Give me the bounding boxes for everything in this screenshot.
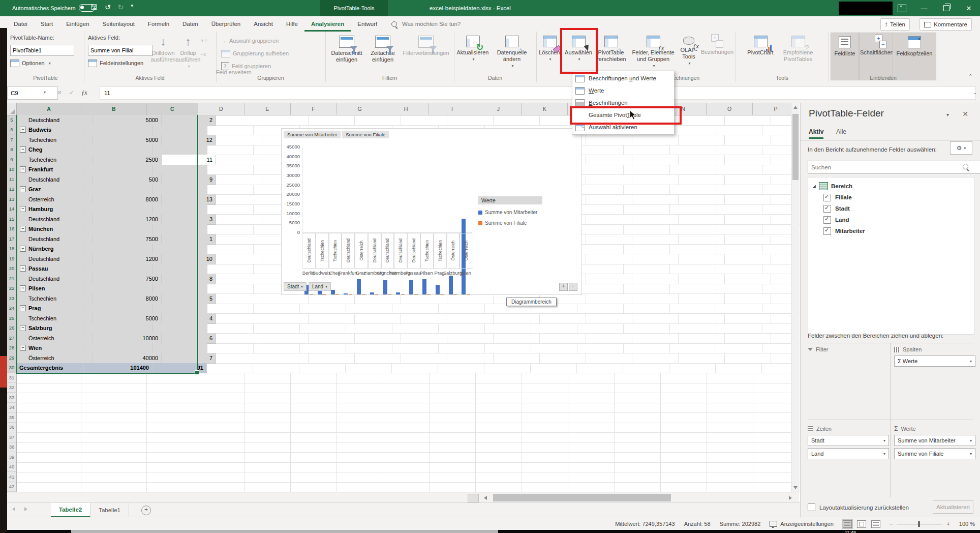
grid-cell[interactable] bbox=[147, 482, 198, 493]
grid-cell[interactable] bbox=[346, 363, 392, 374]
grid-cell[interactable] bbox=[244, 403, 291, 413]
grid-cell[interactable] bbox=[707, 403, 753, 413]
grid-cell[interactable] bbox=[17, 423, 81, 433]
ribbon-tab-ansicht[interactable]: Ansicht bbox=[247, 16, 280, 32]
grid-cell[interactable] bbox=[679, 313, 725, 324]
grid-cell[interactable] bbox=[632, 313, 679, 324]
zoom-slider-thumb[interactable] bbox=[918, 521, 920, 527]
cell-B23[interactable]: 8000 bbox=[93, 293, 162, 304]
cell-A11[interactable]: Deutschland bbox=[17, 174, 93, 185]
cell-A30[interactable]: Gesamtergebnis bbox=[17, 363, 84, 374]
scroll-down-icon[interactable] bbox=[791, 483, 800, 492]
row-header-31[interactable]: 31 bbox=[7, 373, 17, 383]
grid-cell[interactable] bbox=[383, 393, 430, 403]
collapse-icon[interactable]: − bbox=[20, 146, 26, 153]
pivottable-name-input[interactable] bbox=[10, 45, 74, 56]
grid-cell[interactable] bbox=[291, 472, 337, 483]
customize-qat-caret-icon[interactable]: ▾ bbox=[131, 3, 133, 11]
grid-cell[interactable] bbox=[586, 293, 632, 304]
grid-cell[interactable] bbox=[707, 472, 753, 483]
grid-cell[interactable] bbox=[494, 333, 540, 344]
grid-cell[interactable] bbox=[615, 373, 661, 383]
grid-cell[interactable] bbox=[291, 373, 337, 383]
grid-cell[interactable] bbox=[216, 174, 262, 185]
column-header-B[interactable]: B bbox=[81, 103, 147, 116]
grid-cell[interactable] bbox=[430, 482, 476, 493]
grid-cell[interactable] bbox=[17, 383, 81, 394]
grid-cell[interactable] bbox=[447, 115, 494, 126]
cell-A15[interactable]: Deutschland bbox=[17, 214, 93, 225]
row-header-27[interactable]: 27 bbox=[7, 333, 17, 343]
insert-function-icon[interactable]: ƒx bbox=[81, 89, 87, 97]
grid-cell[interactable] bbox=[346, 323, 392, 334]
grid-cell[interactable] bbox=[346, 304, 392, 314]
grid-cell[interactable] bbox=[661, 383, 707, 394]
grid-cell[interactable] bbox=[522, 452, 568, 463]
grid-cell[interactable] bbox=[147, 412, 198, 423]
grid-cell[interactable] bbox=[670, 304, 716, 314]
cell-B27[interactable]: 10000 bbox=[93, 333, 162, 344]
collapse-entire-field-button[interactable]: − bbox=[569, 283, 577, 291]
grid-cell[interactable] bbox=[291, 393, 337, 403]
row-header-39[interactable]: 39 bbox=[7, 452, 17, 462]
row-header-8[interactable]: 8 bbox=[7, 145, 17, 155]
row-header-25[interactable]: 25 bbox=[7, 313, 17, 323]
grid-cell[interactable] bbox=[725, 234, 771, 245]
collapse-icon[interactable]: − bbox=[20, 285, 26, 291]
grid-cell[interactable] bbox=[17, 432, 81, 443]
grid-cell[interactable] bbox=[485, 343, 531, 354]
field-checkbox-stadt[interactable] bbox=[823, 205, 831, 213]
grid-cell[interactable] bbox=[383, 412, 430, 423]
grid-cell[interactable] bbox=[17, 482, 81, 493]
grid-cell[interactable] bbox=[707, 412, 753, 423]
grid-cell[interactable] bbox=[383, 423, 430, 433]
defer-layout-update[interactable]: Layoutaktualisierung zurückstellen bbox=[808, 504, 909, 511]
drilldown-button[interactable]: ↓ Drilldown ausführen bbox=[150, 33, 176, 79]
grid-cell[interactable] bbox=[522, 482, 568, 493]
grid-cell[interactable] bbox=[568, 393, 615, 403]
row-header-40[interactable]: 40 bbox=[7, 462, 17, 472]
grid-cell[interactable] bbox=[624, 343, 670, 354]
column-header-G[interactable]: G bbox=[337, 103, 383, 115]
grid-cell[interactable] bbox=[568, 412, 615, 423]
grid-cell[interactable] bbox=[198, 472, 244, 483]
grid-cell[interactable] bbox=[383, 442, 430, 453]
cell-C14[interactable] bbox=[153, 204, 207, 215]
grid-cell[interactable] bbox=[661, 403, 707, 413]
grid-cell[interactable] bbox=[383, 403, 430, 413]
grid-cell[interactable] bbox=[447, 293, 494, 304]
grid-cell[interactable] bbox=[476, 442, 522, 453]
cell-A7[interactable]: Tschechien bbox=[17, 135, 93, 145]
grid-cell[interactable] bbox=[632, 234, 679, 245]
cell-C15[interactable]: 3 bbox=[162, 214, 216, 225]
grid-cell[interactable] bbox=[447, 313, 494, 324]
grid-cell[interactable] bbox=[430, 403, 476, 413]
grid-cell[interactable] bbox=[661, 373, 707, 383]
change-data-source-button[interactable]: Datenquelle ändern bbox=[491, 33, 533, 79]
grid-cell[interactable] bbox=[615, 432, 661, 443]
grid-cell[interactable] bbox=[577, 323, 624, 334]
row-header-35[interactable]: 35 bbox=[7, 412, 17, 423]
search-input[interactable] bbox=[401, 20, 489, 27]
row-header-28[interactable]: 28 bbox=[7, 343, 17, 353]
grid-cell[interactable] bbox=[207, 304, 254, 314]
grid-cell[interactable] bbox=[430, 423, 476, 433]
grid-cell[interactable] bbox=[670, 165, 716, 175]
grid-cell[interactable] bbox=[392, 304, 439, 314]
grid-cell[interactable] bbox=[401, 293, 447, 304]
field-checkbox-land[interactable] bbox=[823, 216, 831, 224]
grid-cell[interactable] bbox=[670, 284, 716, 294]
column-header-D[interactable]: D bbox=[198, 103, 244, 115]
grid-cell[interactable] bbox=[216, 214, 262, 225]
grid-cell[interactable] bbox=[661, 412, 707, 423]
grid-cell[interactable] bbox=[309, 353, 355, 364]
grid-cell[interactable] bbox=[198, 383, 244, 394]
grid-cell[interactable] bbox=[198, 452, 244, 463]
field-checkbox-filiale[interactable] bbox=[823, 194, 831, 201]
cell-B25[interactable]: 5000 bbox=[93, 313, 162, 324]
grid-cell[interactable] bbox=[679, 155, 725, 165]
grid-cell[interactable] bbox=[494, 115, 540, 126]
row-header-36[interactable]: 36 bbox=[7, 423, 17, 433]
grid-cell[interactable] bbox=[17, 403, 81, 413]
grid-cell[interactable] bbox=[147, 432, 198, 443]
